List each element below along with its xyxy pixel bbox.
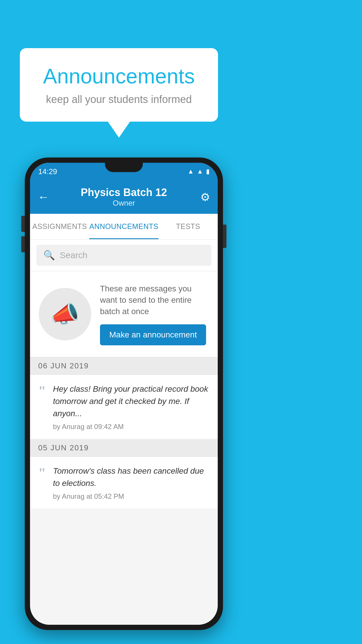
announcement-item-1: " Hey class! Bring your practical record… [30,375,218,439]
back-button[interactable]: ← [38,190,52,204]
signal-icon: ▲ [197,168,203,175]
announcement-meta-2: by Anurag at 05:42 PM [53,492,210,501]
quote-icon-1: " [38,384,46,398]
date-separator-2: 05 JUN 2019 [30,439,218,457]
search-input[interactable]: 🔍 Search [36,245,211,266]
tab-tests[interactable]: TESTS [159,214,218,239]
promo-right: These are messages you want to send to t… [100,283,209,345]
power-button[interactable] [223,225,226,248]
search-placeholder: Search [60,250,87,260]
wifi-icon: ▲ [187,168,194,175]
speech-bubble-arrow [108,122,130,138]
status-icons: ▲ ▲ ▮ [187,168,210,175]
app-bar-title: Physics Batch 12 [81,186,167,199]
announcement-item-2: " Tomorrow's class has been cancelled du… [30,457,218,509]
announcement-text-2: Tomorrow's class has been cancelled due … [53,465,210,489]
search-bar: 🔍 Search [30,239,218,271]
tab-announcements[interactable]: ANNOUNCEMENTS [89,214,158,239]
phone-screen: 14:29 ▲ ▲ ▮ ← Physics Batch 12 Owner ⚙ [30,163,218,625]
make-announcement-button[interactable]: Make an announcement [100,324,206,345]
tab-assignments[interactable]: ASSIGNMENTS [30,214,89,239]
volume-up-button[interactable] [21,216,25,232]
megaphone-icon: 📣 [50,300,80,328]
announcement-content-2: Tomorrow's class has been cancelled due … [53,465,210,501]
quote-icon-2: " [38,466,46,480]
notch [105,163,143,172]
promo-icon-circle: 📣 [39,288,91,340]
phone-outer: 14:29 ▲ ▲ ▮ ← Physics Batch 12 Owner ⚙ [25,158,223,630]
announcement-meta-1: by Anurag at 09:42 AM [53,423,210,431]
status-bar: 14:29 ▲ ▲ ▮ [30,163,218,180]
speech-bubble: Announcements keep all your students inf… [20,48,218,122]
speech-bubble-container: Announcements keep all your students inf… [20,48,218,138]
announcement-text-1: Hey class! Bring your practical record b… [53,383,210,420]
speech-bubble-subtitle: keep all your students informed [37,93,201,106]
app-bar: ← Physics Batch 12 Owner ⚙ [30,180,218,214]
status-time: 14:29 [38,167,57,176]
app-bar-subtitle: Owner [81,199,167,208]
app-bar-title-container: Physics Batch 12 Owner [81,186,167,208]
announcement-content-1: Hey class! Bring your practical record b… [53,383,210,431]
battery-icon: ▮ [206,168,210,175]
promo-text: These are messages you want to send to t… [100,283,209,317]
settings-icon[interactable]: ⚙ [196,191,210,204]
phone-container: 14:29 ▲ ▲ ▮ ← Physics Batch 12 Owner ⚙ [25,158,223,630]
announcement-promo: 📣 These are messages you want to send to… [30,271,218,357]
date-separator-1: 06 JUN 2019 [30,357,218,375]
volume-down-button[interactable] [21,236,25,252]
search-icon: 🔍 [43,250,55,261]
tabs: ASSIGNMENTS ANNOUNCEMENTS TESTS [30,214,218,239]
speech-bubble-title: Announcements [37,64,201,88]
